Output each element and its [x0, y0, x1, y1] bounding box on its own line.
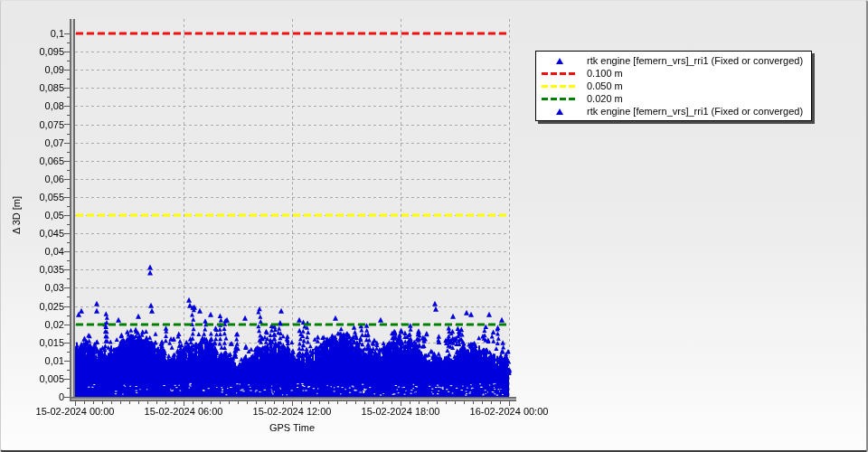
x-tick-label: 15-02-2024 06:00 — [125, 406, 242, 418]
y-tick-label: 0,015 — [1, 337, 64, 348]
triangle-marker-icon — [556, 108, 563, 115]
dashed-line-sample — [542, 72, 578, 75]
legend-marker-sample — [539, 58, 580, 64]
triangle-marker-icon — [556, 58, 563, 64]
y-tick-label: 0,085 — [1, 82, 64, 93]
chart-window: Δ 3D [m] 00,0050,010,0150,020,0250,030,0… — [0, 0, 868, 452]
dashed-line-sample — [542, 85, 578, 88]
y-tick-label: 0,07 — [1, 137, 64, 148]
dashed-line-sample — [542, 98, 578, 100]
legend-item-label: rtk engine [femern_vrs]_rri1 (Fixed or c… — [587, 106, 803, 117]
legend-item-label: 0.050 m — [587, 80, 623, 91]
y-tick-label: 0 — [1, 391, 64, 402]
legend-item-label: 0.020 m — [587, 93, 623, 104]
x-tick-label: 15-02-2024 12:00 — [233, 406, 351, 418]
legend-line-sample — [539, 85, 580, 88]
y-tick-label: 0,03 — [1, 282, 64, 293]
legend-item[interactable]: 0.020 m — [539, 92, 803, 105]
legend-item[interactable]: 0.050 m — [539, 80, 803, 92]
legend-item-label: rtk engine [femern_vrs]_rri1 (Fixed or c… — [587, 55, 803, 66]
y-tick-label: 0,02 — [1, 319, 64, 330]
legend-item[interactable]: rtk engine [femern_vrs]_rri1 (Fixed or c… — [539, 54, 803, 67]
legend-item[interactable]: 0.100 m — [539, 67, 803, 80]
y-tick-label: 0,055 — [1, 192, 64, 202]
legend-line-sample — [539, 72, 580, 75]
legend-line-sample — [539, 98, 580, 100]
y-tick-label: 0,035 — [1, 264, 64, 275]
y-tick-label: 0,05 — [1, 210, 64, 221]
x-tick-label: 15-02-2024 18:00 — [342, 406, 459, 418]
y-tick-label: 0,04 — [1, 246, 64, 257]
legend-item[interactable]: rtk engine [femern_vrs]_rri1 (Fixed or c… — [539, 105, 803, 118]
y-tick-label: 0,065 — [1, 155, 64, 166]
y-tick-label: 0,06 — [1, 174, 64, 184]
x-axis-title: GPS Time — [75, 422, 509, 433]
y-tick-label: 0,09 — [1, 64, 64, 75]
legend-marker-sample — [539, 108, 580, 115]
x-tick-label: 16-02-2024 00:00 — [450, 406, 568, 418]
x-tick-label: 15-02-2024 00:00 — [16, 406, 134, 418]
y-tick-label: 0,08 — [1, 100, 64, 111]
y-tick-label: 0,075 — [1, 119, 64, 130]
legend-item-label: 0.100 m — [587, 68, 623, 79]
y-tick-label: 0,045 — [1, 228, 64, 239]
y-tick-label: 0,095 — [1, 46, 64, 57]
y-tick-label: 0,025 — [1, 301, 64, 312]
y-tick-label: 0,005 — [1, 373, 64, 384]
y-tick-label: 0,01 — [1, 355, 64, 366]
y-tick-label: 0,1 — [1, 28, 64, 39]
legend-box: rtk engine [femern_vrs]_rri1 (Fixed or c… — [535, 51, 812, 121]
